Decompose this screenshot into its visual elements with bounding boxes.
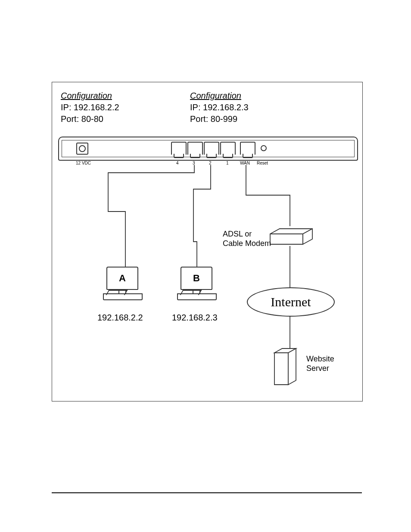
reset-label: Reset (257, 161, 268, 165)
config-title-b: Configuration (190, 90, 249, 102)
config-ip-a: IP: 192.168.2.2 (61, 102, 119, 113)
config-port-a: Port: 80-80 (61, 113, 119, 125)
config-title-a: Configuration (61, 90, 119, 102)
config-port-b: Port: 80-999 (190, 113, 249, 125)
modem-label-line1: ADSL or (223, 230, 271, 239)
wan-label: WAN (240, 161, 250, 165)
ethernet-port-4-icon (171, 142, 187, 155)
ethernet-port-2-icon (204, 142, 219, 155)
power-jack-icon (76, 143, 88, 155)
modem-label-line2: Cable Modem (223, 239, 271, 249)
base-a-icon (103, 293, 143, 300)
router-device (58, 137, 358, 161)
monitor-a-icon: A (106, 267, 138, 290)
computer-b: B (177, 267, 216, 300)
power-label: 12 VDC (76, 161, 91, 165)
config-block-b: Configuration IP: 192.168.2.3 Port: 80-9… (190, 90, 249, 125)
reset-hole-icon (261, 145, 267, 151)
computer-a-letter: A (119, 273, 126, 284)
wires-overlay-icon (52, 82, 362, 401)
computer-b-ip: 192.168.2.3 (172, 313, 218, 323)
internet-label: Internet (271, 295, 311, 309)
computer-a-ip: 192.168.2.2 (97, 313, 143, 323)
monitor-b-icon: B (181, 267, 212, 290)
port-label-1: 1 (226, 161, 229, 165)
port-label-4: 4 (176, 161, 179, 165)
modem-device-icon (266, 226, 313, 246)
wan-port-icon (240, 142, 255, 155)
footer-divider (52, 492, 362, 493)
ethernet-port-3-icon (187, 142, 203, 155)
base-b-icon (177, 293, 217, 300)
config-ip-b: IP: 192.168.2.3 (190, 102, 249, 113)
page: Configuration IP: 192.168.2.2 Port: 80-8… (0, 0, 411, 532)
server-label-line1: Website (306, 355, 334, 364)
server-label: Website Server (306, 355, 334, 373)
internet-cloud: Internet (247, 287, 335, 317)
network-diagram: Configuration IP: 192.168.2.2 Port: 80-8… (52, 82, 363, 401)
server-label-line2: Server (306, 364, 334, 373)
port-label-3: 3 (193, 161, 195, 165)
server-device-icon (272, 348, 298, 386)
port-label-2: 2 (209, 161, 212, 165)
ethernet-port-1-icon (220, 142, 236, 155)
computer-a: A (103, 267, 142, 300)
modem-label: ADSL or Cable Modem (223, 230, 271, 248)
config-block-a: Configuration IP: 192.168.2.2 Port: 80-8… (61, 90, 119, 125)
computer-b-letter: B (193, 273, 200, 284)
